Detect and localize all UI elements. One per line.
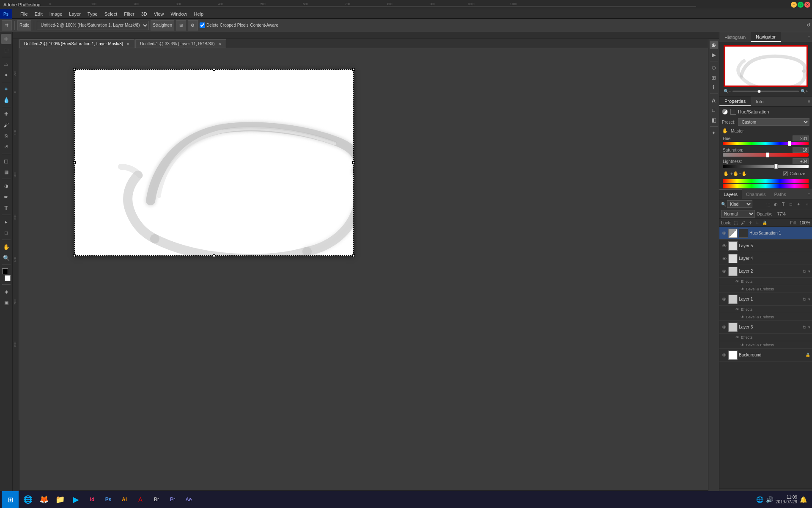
taskbar-app-indesign[interactable]: Id [85, 492, 100, 507]
layers-panel-menu[interactable]: ≡ [808, 192, 810, 196]
zoom-slider[interactable] [732, 91, 798, 92]
menu-file[interactable]: File [17, 11, 31, 17]
lock-move-btn[interactable]: ✛ [747, 220, 753, 226]
handle-tl[interactable] [73, 68, 76, 71]
lock-all-btn[interactable]: 🔒 [762, 220, 768, 226]
layer-fx-expand-1[interactable]: ▾ [808, 297, 810, 301]
ri-play[interactable]: ▶ [710, 50, 718, 59]
menu-window[interactable]: Window [167, 11, 190, 17]
ri-shape[interactable]: □ [710, 106, 718, 114]
layer-row-1[interactable]: 👁 Layer 1 fx ▾ [719, 293, 812, 306]
tool-shape[interactable]: □ [1, 228, 11, 238]
zoom-in-icon[interactable]: 🔍+ [801, 89, 808, 94]
tool-crop[interactable]: ⌗ [1, 84, 11, 94]
menu-edit[interactable]: Edit [31, 11, 46, 17]
hs-add-icon[interactable]: +✋ [731, 170, 738, 177]
tool-marquee[interactable]: ⬚ [1, 45, 11, 55]
color-selector[interactable] [2, 268, 11, 281]
bevel-eye-3[interactable]: 👁 [740, 342, 745, 348]
layer-row-2[interactable]: 👁 Layer 2 fx ▾ [719, 265, 812, 278]
tool-eraser[interactable]: ◻ [1, 156, 11, 166]
tab-channels[interactable]: Channels [742, 189, 770, 199]
tab-properties[interactable]: Properties [719, 97, 751, 106]
menu-select[interactable]: Select [101, 11, 121, 17]
tool-quick-mask[interactable]: ◈ [1, 287, 11, 297]
bevel-eye-2[interactable]: 👁 [740, 287, 745, 292]
lock-artboard-btn[interactable]: ⌗ [754, 220, 760, 226]
layer-row-hue-sat[interactable]: 👁 Hue/Saturation 1 [719, 227, 812, 240]
tray-volume[interactable]: 🔊 [766, 496, 773, 503]
tray-notification[interactable]: 🔔 [800, 496, 807, 503]
foreground-color[interactable] [2, 268, 8, 274]
layer-eye-3[interactable]: 👁 [721, 324, 727, 330]
layer-row-4[interactable]: 👁 Layer 4 [719, 252, 812, 265]
blend-mode-dropdown[interactable]: Normal [721, 210, 755, 218]
menu-image[interactable]: Image [46, 11, 66, 17]
ri-3d-cube[interactable]: ⬡ [710, 64, 718, 72]
tab-histogram[interactable]: Histogram [719, 32, 751, 42]
saturation-value-box[interactable]: 18 [793, 147, 809, 153]
menu-type[interactable]: Type [84, 11, 101, 17]
layer-fx-expand-3[interactable]: ▾ [808, 325, 810, 329]
tool-clone-stamp[interactable]: ⎘ [1, 131, 11, 141]
start-button[interactable]: ⊞ [2, 491, 19, 508]
filter-type-btn[interactable]: T [780, 201, 787, 207]
taskbar-app-premiere[interactable]: Pr [165, 492, 180, 507]
menu-3d[interactable]: 3D [138, 11, 151, 17]
tab-paths[interactable]: Paths [770, 189, 790, 199]
ri-move[interactable]: ⊕ [710, 41, 718, 49]
fill-value[interactable]: 100% [798, 221, 810, 225]
maximize-button[interactable]: □ [798, 2, 804, 8]
colorize-checkbox[interactable]: ✓ [783, 171, 788, 176]
filter-smart-btn[interactable]: ✦ [795, 201, 802, 207]
tool-move[interactable]: ✛ [1, 34, 11, 44]
tool-pen[interactable]: ✒ [1, 192, 11, 202]
tray-network[interactable]: 🌐 [756, 496, 763, 503]
layer-row-bg[interactable]: 👁 Background 🔒 [719, 349, 812, 362]
menu-filter[interactable]: Filter [121, 11, 137, 17]
lock-transparent-btn[interactable]: ⬚ [733, 220, 739, 226]
tool-zoom[interactable]: 🔍 [1, 253, 11, 263]
bevel-eye-1[interactable]: 👁 [740, 315, 745, 320]
layer-fx-expand-2[interactable]: ▾ [808, 269, 810, 273]
doc-tab-1-close[interactable]: ✕ [218, 42, 222, 46]
effect-eye-3[interactable]: 👁 [735, 335, 740, 340]
doc-tab-0[interactable]: Untitled-2 @ 100% (Hue/Saturation 1, Lay… [19, 39, 134, 48]
handle-bl[interactable] [73, 254, 76, 257]
layer-row-3[interactable]: 👁 Layer 3 fx ▾ [719, 321, 812, 334]
tool-magic-wand[interactable]: ✦ [1, 70, 11, 80]
saturation-slider-thumb[interactable] [766, 152, 769, 157]
hue-slider-track[interactable] [723, 142, 809, 145]
lightness-slider-track[interactable] [723, 165, 809, 168]
straighten-button[interactable]: Straighten [151, 20, 174, 30]
effect-eye-2[interactable]: 👁 [735, 279, 740, 284]
ri-type[interactable]: A [710, 96, 718, 105]
document-info-dropdown[interactable]: Untitled-2 @ 100% (Hue/Saturation 1, Lay… [37, 21, 149, 30]
zoom-out-icon[interactable]: 🔍− [724, 89, 731, 94]
refresh-btn[interactable]: ↺ [807, 22, 810, 28]
tool-icon-crop[interactable]: ⌗ [2, 20, 12, 30]
lightness-slider-thumb[interactable] [774, 164, 778, 169]
handle-br[interactable] [352, 254, 355, 257]
tool-type[interactable]: T [1, 203, 11, 213]
settings-button[interactable]: ⚙ [188, 20, 198, 30]
menu-view[interactable]: View [151, 11, 167, 17]
layer-eye-1[interactable]: 👁 [721, 296, 727, 302]
lock-paint-btn[interactable]: 🖌 [740, 220, 746, 226]
layer-eye-4[interactable]: 👁 [721, 256, 727, 262]
canvas-work-area[interactable] [19, 48, 708, 499]
tool-brush[interactable]: 🖌 [1, 120, 11, 130]
tab-layers[interactable]: Layers [719, 189, 742, 199]
lightness-value-box[interactable]: +34 [793, 158, 809, 164]
props-panel-menu[interactable]: ≡ [808, 99, 810, 104]
saturation-slider-track[interactable] [723, 153, 809, 157]
layer-eye-bg[interactable]: 👁 [721, 352, 727, 358]
layer-eye-2[interactable]: 👁 [721, 268, 727, 274]
handle-bm[interactable] [213, 254, 215, 257]
filter-toggle-btn[interactable]: ○ [804, 201, 810, 207]
taskbar-app-bridge[interactable]: Br [149, 492, 164, 507]
filter-shape-btn[interactable]: □ [787, 201, 794, 207]
taskbar-app-explorer[interactable]: 📁 [52, 492, 68, 507]
handle-tr[interactable] [352, 68, 355, 71]
tool-eyedropper[interactable]: 💧 [1, 95, 11, 105]
